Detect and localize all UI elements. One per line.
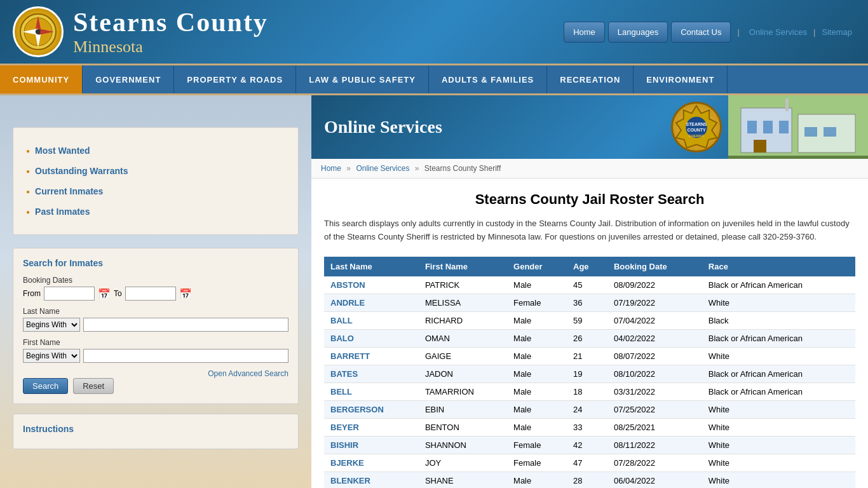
cell-gender: Male — [507, 365, 567, 383]
search-box: Search for Inmates Booking Dates From 📅 … — [13, 248, 299, 404]
cell-race: White — [702, 294, 855, 311]
cell-first-name: SHANE — [419, 471, 507, 488]
cell-first-name: JADON — [419, 365, 507, 383]
to-calendar-icon[interactable]: 📅 — [179, 288, 192, 300]
cell-first-name: BENTON — [419, 418, 507, 436]
banner-building-image — [728, 95, 868, 159]
inmate-last-name-link[interactable]: BERGERSON — [330, 405, 384, 414]
cell-first-name: RICHARD — [419, 311, 507, 329]
cell-booking-date: 07/04/2022 — [607, 311, 702, 329]
from-date-input[interactable] — [44, 287, 95, 301]
breadcrumb-online-services[interactable]: Online Services — [356, 164, 409, 173]
most-wanted-link[interactable]: Most Wanted — [35, 146, 90, 156]
page-title: Stearns County Jail Roster Search — [324, 191, 855, 208]
inmates-table: Last Name First Name Gender Age Booking … — [324, 257, 855, 488]
first-name-input[interactable] — [83, 349, 288, 363]
advanced-search-link[interactable]: Open Advanced Search — [208, 369, 288, 378]
cell-gender: Male — [507, 383, 567, 400]
nav-adults-families[interactable]: ADULTS & FAMILIES — [429, 65, 547, 93]
inmate-last-name-link[interactable]: BEYER — [330, 423, 359, 432]
nav-government[interactable]: GOVERNMENT — [83, 65, 174, 93]
list-item: ● Most Wanted — [26, 140, 285, 161]
nav-property-roads[interactable]: PROPERTY & ROADS — [174, 65, 296, 93]
main-nav: COMMUNITY GOVERNMENT PROPERTY & ROADS LA… — [0, 64, 868, 95]
search-button[interactable]: Search — [23, 378, 68, 394]
outstanding-warrants-link[interactable]: Outstanding Warrants — [35, 166, 128, 176]
nav-environment[interactable]: ENVIRONMENT — [634, 65, 728, 93]
cell-gender: Male — [507, 471, 567, 488]
cell-booking-date: 07/25/2022 — [607, 400, 702, 418]
contact-button[interactable]: Contact Us — [671, 22, 731, 43]
cell-age: 24 — [567, 400, 607, 418]
languages-button[interactable]: Languages — [608, 22, 668, 43]
last-name-input[interactable] — [83, 318, 288, 332]
nav-law-public-safety[interactable]: LAW & PUBLIC SAFETY — [296, 65, 429, 93]
banner-title: Online Services — [324, 117, 442, 137]
sitemap-link[interactable]: Sitemap — [818, 27, 855, 37]
cell-race: White — [702, 347, 855, 365]
cell-booking-date: 08/10/2022 — [607, 365, 702, 383]
online-services-link[interactable]: Online Services — [746, 27, 810, 37]
first-name-label: First Name — [23, 338, 288, 347]
cell-age: 18 — [567, 383, 607, 400]
inmate-last-name-link[interactable]: BARRETT — [330, 351, 370, 361]
cell-last-name: BATES — [324, 365, 419, 383]
table-body: ABSTON PATRICK Male 45 08/09/2022 Black … — [324, 276, 855, 488]
inmate-last-name-link[interactable]: BISHIR — [330, 440, 358, 450]
current-inmates-link[interactable]: Current Inmates — [35, 186, 103, 196]
cell-race: White — [702, 436, 855, 454]
col-booking-date: Booking Date — [607, 257, 702, 276]
banner: Online Services STEARNS COUNTY SHERIFF — [311, 95, 868, 159]
cell-age: 36 — [567, 294, 607, 311]
cell-gender: Male — [507, 311, 567, 329]
list-item: ● Outstanding Warrants — [26, 161, 285, 181]
home-button[interactable]: Home — [564, 22, 605, 43]
cell-first-name: OMAN — [419, 329, 507, 347]
inmate-last-name-link[interactable]: ABSTON — [330, 280, 365, 290]
inmate-last-name-link[interactable]: BJERKE — [330, 458, 364, 468]
breadcrumb-sep-2: » — [415, 164, 419, 173]
cell-last-name: BALL — [324, 311, 419, 329]
svg-rect-21 — [728, 156, 868, 159]
first-name-filter-select[interactable]: Begins With — [23, 349, 80, 363]
from-calendar-icon[interactable]: 📅 — [98, 288, 111, 300]
inmate-last-name-link[interactable]: BLENKER — [330, 476, 370, 485]
cell-gender: Female — [507, 436, 567, 454]
breadcrumb-home[interactable]: Home — [321, 164, 341, 173]
instructions-title: Instructions — [23, 424, 288, 434]
table-row: BISHIR SHANNON Female 42 08/11/2022 Whit… — [324, 436, 855, 454]
inmate-last-name-link[interactable]: BELL — [330, 387, 352, 396]
cell-race: White — [702, 471, 855, 488]
inmate-last-name-link[interactable]: BALO — [330, 334, 354, 343]
cell-booking-date: 08/09/2022 — [607, 276, 702, 294]
last-name-row: Last Name Begins With — [23, 307, 288, 332]
reset-button[interactable]: Reset — [73, 378, 114, 394]
col-age: Age — [567, 257, 607, 276]
cell-first-name: TAMARRION — [419, 383, 507, 400]
cell-booking-date: 08/07/2022 — [607, 347, 702, 365]
last-name-label: Last Name — [23, 307, 288, 316]
to-date-input[interactable] — [125, 287, 176, 301]
cell-last-name: BISHIR — [324, 436, 419, 454]
last-name-filter-select[interactable]: Begins With — [23, 318, 80, 332]
inmate-last-name-link[interactable]: ANDRLE — [330, 298, 365, 308]
past-inmates-link[interactable]: Past Inmates — [35, 207, 90, 217]
main-content: Online Services STEARNS COUNTY SHERIFF — [311, 95, 868, 488]
advanced-search-link-row: Open Advanced Search — [23, 369, 288, 378]
last-name-filter-row: Begins With — [23, 318, 288, 332]
search-title: Search for Inmates — [23, 258, 288, 268]
nav-recreation[interactable]: RECREATION — [547, 65, 634, 93]
svg-rect-20 — [824, 127, 836, 137]
cell-last-name: ANDRLE — [324, 294, 419, 311]
compass-icon — [13, 6, 64, 57]
svg-rect-15 — [747, 121, 757, 133]
inmate-last-name-link[interactable]: BATES — [330, 369, 358, 379]
inmate-last-name-link[interactable]: BALL — [330, 316, 353, 325]
sidebar: ● Most Wanted ● Outstanding Warrants ● C… — [0, 95, 311, 488]
first-name-row: First Name Begins With — [23, 338, 288, 363]
cell-booking-date: 06/04/2022 — [607, 471, 702, 488]
cell-last-name: BALO — [324, 329, 419, 347]
instructions-box: Instructions — [13, 414, 299, 449]
date-range-row: From 📅 To 📅 — [23, 287, 288, 301]
nav-community[interactable]: COMMUNITY — [0, 65, 83, 93]
